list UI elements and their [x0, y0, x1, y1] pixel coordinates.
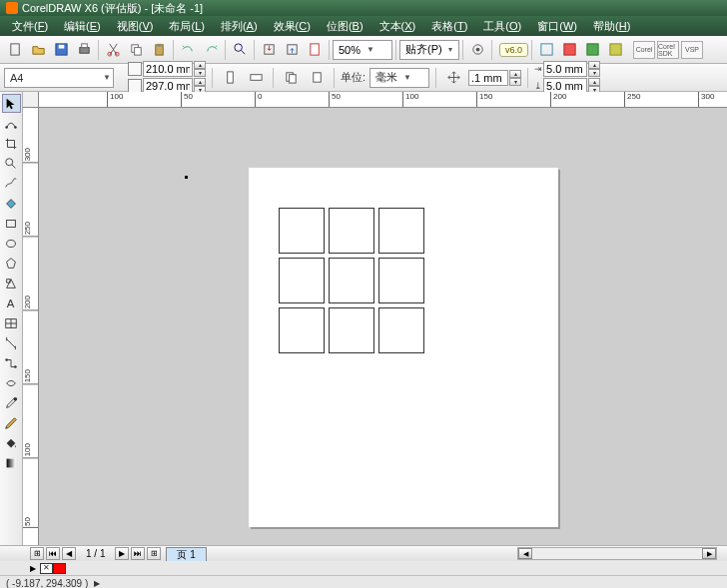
redo-button[interactable] [200, 39, 222, 61]
rectangle-grid[interactable] [279, 208, 424, 353]
standard-toolbar: 50%▼ 贴齐(P)▾ v6.0 Corel Corel SDK VSP [0, 36, 727, 64]
cut-button[interactable] [102, 39, 124, 61]
table-tool[interactable] [2, 313, 21, 332]
rect-8[interactable] [329, 307, 374, 353]
rect-6[interactable] [378, 258, 424, 303]
open-button[interactable] [27, 39, 49, 61]
paste-button[interactable] [148, 39, 170, 61]
publish-pdf-button[interactable] [304, 39, 326, 61]
polygon-tool[interactable] [2, 254, 21, 273]
dup-x-input[interactable]: ⇥▴▾ [534, 61, 600, 77]
last-page-button[interactable]: ⏭ [131, 547, 145, 560]
launcher-3-button[interactable] [581, 39, 603, 61]
shape-tool[interactable] [2, 114, 21, 133]
svg-rect-19 [586, 44, 597, 55]
zoom-combo[interactable]: 50%▼ [333, 40, 392, 60]
new-button[interactable] [4, 39, 26, 61]
launcher-2-button[interactable] [558, 39, 580, 61]
menu-edit[interactable]: 编辑(E) [56, 17, 109, 36]
save-button[interactable] [50, 39, 72, 61]
menu-arrange[interactable]: 排列(A) [213, 17, 266, 36]
menu-window[interactable]: 窗口(W) [529, 17, 585, 36]
landscape-button[interactable] [245, 67, 267, 89]
no-color-swatch[interactable] [40, 563, 53, 574]
palette-left-arrow[interactable]: ▶ [30, 564, 36, 573]
snap-combo[interactable]: 贴齐(P)▾ [399, 40, 459, 60]
menu-help[interactable]: 帮助(H) [585, 17, 638, 36]
page-tab-1[interactable]: 页 1 [166, 547, 206, 561]
copy-button[interactable] [125, 39, 147, 61]
add-page-button[interactable]: ⊞ [30, 547, 44, 560]
dimension-tool[interactable] [2, 333, 21, 352]
nudge-input[interactable]: ▴▾ [468, 70, 521, 86]
text-tool[interactable]: A [2, 294, 21, 312]
sdk-badge-2[interactable]: Corel SDK [657, 41, 679, 59]
paper-size-combo[interactable]: A4▼ [4, 68, 114, 88]
basic-shapes-tool[interactable] [2, 274, 21, 293]
ellipse-tool[interactable] [2, 234, 21, 253]
print-button[interactable] [73, 39, 95, 61]
rect-5[interactable] [329, 258, 374, 303]
eyedropper-tool[interactable] [2, 393, 21, 412]
scroll-left-button[interactable]: ◀ [518, 548, 532, 559]
svg-rect-14 [310, 44, 318, 55]
rect-2[interactable] [329, 208, 374, 254]
rect-1[interactable] [279, 208, 325, 254]
menu-effects[interactable]: 效果(C) [266, 17, 319, 36]
horizontal-ruler[interactable]: 100 50 0 50 100 150 200 250 300 [39, 92, 727, 108]
interactive-fill-tool[interactable] [2, 453, 21, 472]
interactive-tool[interactable] [2, 373, 21, 392]
connector-tool[interactable] [2, 353, 21, 372]
menu-view[interactable]: 视图(V) [109, 17, 162, 36]
portrait-button[interactable] [219, 67, 241, 89]
sdk-badges: Corel Corel SDK VSP [633, 41, 703, 59]
vertical-ruler[interactable]: 300 250 200 150 100 50 [23, 108, 39, 545]
color-swatch-red[interactable] [53, 563, 66, 574]
options-button[interactable] [466, 39, 488, 61]
outline-tool[interactable] [2, 413, 21, 432]
smart-fill-tool[interactable] [2, 194, 21, 213]
page-width-input[interactable]: ▴▾ [128, 61, 206, 77]
zoom-tool[interactable] [2, 154, 21, 173]
canvas[interactable] [39, 108, 727, 545]
current-page-button[interactable] [306, 67, 328, 89]
rect-7[interactable] [279, 307, 325, 353]
launcher-1-button[interactable] [535, 39, 557, 61]
toolbox: A [0, 92, 23, 545]
rectangle-tool[interactable] [2, 214, 21, 233]
menu-table[interactable]: 表格(T) [423, 17, 475, 36]
import-button[interactable] [258, 39, 280, 61]
svg-rect-22 [250, 75, 261, 81]
menu-bitmap[interactable]: 位图(B) [319, 17, 371, 36]
menu-tools[interactable]: 工具(O) [475, 17, 529, 36]
launcher-4-button[interactable] [604, 39, 626, 61]
fill-tool[interactable] [2, 433, 21, 452]
units-combo[interactable]: 毫米▼ [369, 68, 429, 88]
menu-text[interactable]: 文本(X) [371, 17, 424, 36]
crop-tool[interactable] [2, 134, 21, 153]
sdk-badge-1[interactable]: Corel [633, 41, 655, 59]
undo-button[interactable] [177, 39, 199, 61]
search-button[interactable] [229, 39, 251, 61]
svg-rect-24 [289, 75, 296, 83]
export-button[interactable] [281, 39, 303, 61]
menu-layout[interactable]: 布局(L) [161, 17, 212, 36]
svg-rect-3 [79, 48, 88, 54]
svg-point-11 [234, 44, 242, 52]
pick-tool[interactable] [2, 94, 21, 113]
horizontal-scrollbar[interactable]: ◀ ▶ [517, 547, 717, 560]
all-pages-button[interactable] [280, 67, 302, 89]
menu-file[interactable]: 文件(F) [4, 17, 56, 36]
sdk-badge-3[interactable]: VSP [681, 41, 703, 59]
next-page-button[interactable]: ▶ [115, 547, 129, 560]
first-page-button[interactable]: ⏮ [46, 547, 60, 560]
rect-3[interactable] [378, 208, 424, 254]
rect-4[interactable] [279, 258, 325, 303]
freehand-tool[interactable] [2, 174, 21, 193]
rect-9[interactable] [378, 307, 424, 353]
dup-x-icon: ⇥ [534, 64, 542, 74]
prev-page-button[interactable]: ◀ [62, 547, 76, 560]
scroll-right-button[interactable]: ▶ [702, 548, 716, 559]
add-page-after-button[interactable]: ⊞ [147, 547, 161, 560]
ruler-origin[interactable] [23, 92, 39, 108]
